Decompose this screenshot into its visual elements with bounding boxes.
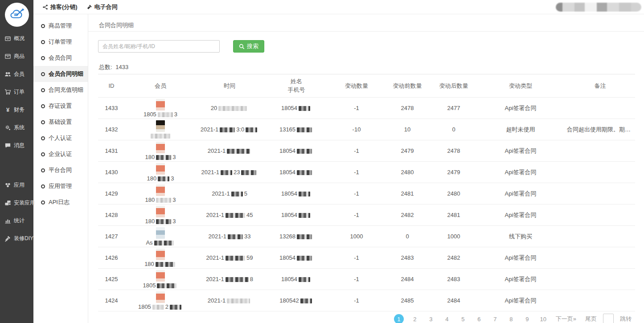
sidebar-item-finance[interactable]: ¥ 财务 [0, 101, 33, 119]
member-text: 180 [145, 196, 155, 203]
cell-id: 1430 [98, 168, 125, 176]
submenu-label: 商品管理 [49, 22, 72, 30]
cell-after: 2479 [431, 168, 476, 176]
page-button-7[interactable]: 7 [490, 314, 500, 323]
next-page-button[interactable]: 下一页» [556, 315, 576, 323]
page-button-6[interactable]: 6 [474, 314, 484, 323]
redacted-block [156, 198, 171, 203]
sidebar-item-members[interactable]: 会员 [0, 65, 33, 83]
cell-phone: 18054 [263, 189, 330, 198]
total-label: 总数: [99, 64, 112, 70]
tab-electronic-contract[interactable]: 电子合同 [86, 3, 118, 11]
cell-id: 1424 [98, 296, 125, 305]
col-header-change: 变动数量 [330, 81, 383, 91]
cell-after: 2483 [431, 275, 476, 283]
redacted-block [297, 149, 312, 154]
cell-after: 2477 [431, 104, 476, 112]
search-button[interactable]: 搜索 [233, 40, 264, 53]
submenu-item-member-contract[interactable]: 会员合同 [33, 50, 88, 66]
primary-sidebar: 概况 商品 会员 订单 ¥ 财务 系统 消息 应用 安装应用 统计 装修DIY [0, 0, 33, 323]
page-button-2[interactable]: 2 [410, 314, 420, 323]
page-button-9[interactable]: 9 [522, 314, 532, 323]
last-page-button[interactable]: 尾页 [585, 315, 597, 323]
member-text: 180 [145, 218, 155, 225]
cell-remark [565, 172, 635, 173]
time-text: 33 [244, 233, 250, 240]
divider [88, 31, 644, 32]
redacted-block [231, 192, 243, 196]
sidebar-item-system[interactable]: 系统 [0, 119, 33, 136]
contract-detail-table: ID 会员 时间 姓名 手机号 变动数量 变动前数量 变动后数量 变动类型 备注… [98, 74, 635, 311]
redacted-block [156, 155, 171, 160]
table-row: 1432 2021-13:0 13165 -10 10 0 超时未使用 合同超出… [98, 119, 635, 140]
table-row: 1431 1803 2021-1 18054 -1 2479 2478 Api签… [98, 140, 635, 162]
member-text: 180 [145, 154, 155, 160]
cell-phone: 18054 [263, 168, 330, 176]
page-button-10[interactable]: 10 [538, 314, 548, 323]
page-button-1[interactable]: 1 [394, 314, 404, 323]
sidebar-item-decorate-diy[interactable]: 装修DIY [0, 229, 33, 247]
col-header-after: 变动后数量 [431, 81, 476, 91]
sidebar-item-products[interactable]: 商品 [0, 47, 33, 65]
cell-type: Api签署合同 [476, 146, 565, 156]
sidebar-item-statistics[interactable]: 统计 [0, 212, 33, 229]
cell-member: 18053 [125, 98, 196, 119]
page-button-4[interactable]: 4 [442, 314, 452, 323]
submenu-item-enterprise-auth[interactable]: 企业认证 [33, 146, 88, 162]
sidebar-item-orders[interactable]: 订单 [0, 83, 33, 101]
cell-remark [565, 107, 635, 109]
sidebar-item-apps[interactable]: 应用 [0, 176, 33, 194]
messages-icon [4, 142, 11, 149]
submenu-item-app-management[interactable]: 应用管理 [33, 178, 88, 194]
member-avatar [156, 270, 165, 282]
search-input[interactable] [98, 40, 220, 53]
submenu-item-platform-contract[interactable]: 平台合同 [33, 162, 88, 178]
app-logo[interactable] [0, 0, 33, 29]
sidebar-item-overview[interactable]: 概况 [0, 29, 33, 47]
page-button-5[interactable]: 5 [458, 314, 468, 323]
sidebar-item-install-apps[interactable]: 安装应用 [0, 194, 33, 212]
tab-tuike-distribution[interactable]: 推客(分销) [42, 3, 78, 11]
user-account-redacted[interactable] [556, 3, 641, 12]
submenu-label: 订单管理 [49, 38, 72, 46]
col-header-remark: 备注 [565, 81, 635, 91]
time-text: 2021-1 [208, 297, 226, 304]
jump-page-input[interactable] [603, 314, 614, 323]
submenu-item-product-management[interactable]: 商品管理 [33, 18, 88, 34]
page-button-3[interactable]: 3 [426, 314, 436, 323]
cell-before: 10 [383, 125, 431, 134]
cell-phone: 18054 [263, 275, 330, 283]
cell-after: 2480 [431, 189, 476, 198]
cell-id: 1431 [98, 147, 125, 155]
cell-member [125, 119, 196, 140]
redacted-block [299, 106, 310, 111]
cell-type: Api签署合同 [476, 296, 565, 306]
redacted-block [226, 256, 245, 261]
submenu-item-member-contract-detail[interactable]: 会员合同明细 [33, 66, 88, 82]
cell-id: 1426 [98, 253, 125, 262]
page-button-8[interactable]: 8 [506, 314, 516, 323]
orders-icon [4, 89, 11, 95]
bullet-icon [41, 24, 45, 28]
time-text: 23 [234, 169, 240, 176]
cell-type: Api签署合同 [476, 253, 565, 263]
cell-change: -1 [330, 296, 383, 305]
sidebar-gap [0, 154, 33, 176]
submenu-item-order-management[interactable]: 订单管理 [33, 34, 88, 50]
phone-text: 18054 [279, 254, 295, 261]
submenu-item-basic-settings[interactable]: 基础设置 [33, 114, 88, 130]
cell-phone: 18054 [263, 147, 330, 155]
cell-phone: 18054 [263, 211, 330, 219]
submenu-item-contract-recharge-detail[interactable]: 合同充值明细 [33, 82, 88, 98]
redacted-block [170, 305, 181, 310]
submenu-item-personal-auth[interactable]: 个人认证 [33, 130, 88, 146]
cell-before: 2485 [383, 296, 431, 305]
cell-type: 线下购买 [476, 232, 565, 241]
cell-after: 2482 [431, 253, 476, 262]
submenu-item-evidence-settings[interactable]: 存证设置 [33, 98, 88, 114]
jump-button[interactable]: 跳转 [620, 315, 632, 323]
sidebar-item-messages[interactable]: 消息 [0, 136, 33, 154]
submenu-item-api-log[interactable]: API日志 [33, 194, 88, 210]
cell-phone: 13268 [263, 232, 330, 241]
redacted-block [246, 127, 257, 132]
